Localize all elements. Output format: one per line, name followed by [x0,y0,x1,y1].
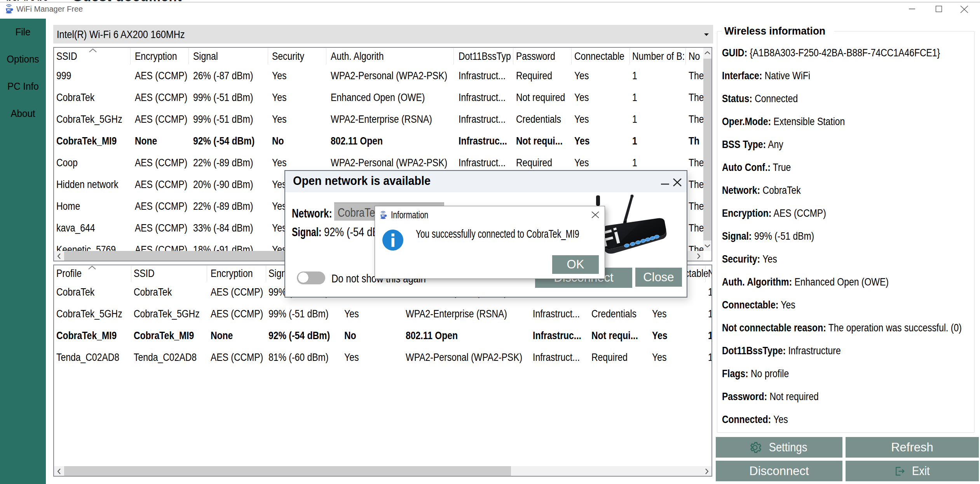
svg-text:wi: wi [7,9,9,11]
svg-text:wi: wi [382,216,384,217]
